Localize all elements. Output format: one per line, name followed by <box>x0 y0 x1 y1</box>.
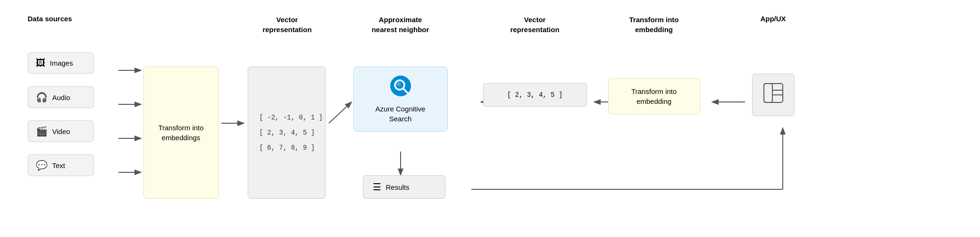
ann-label: Approximatenearest neighbor <box>372 16 429 34</box>
source-video: 🎬 Video <box>28 120 94 142</box>
vector-row-1: [ -2, -1, 0, 1 ] <box>260 114 314 121</box>
results-label: Results <box>386 183 410 191</box>
vector-rep-1-label: Vectorrepresentation <box>262 16 311 34</box>
video-icon: 🎬 <box>36 126 48 137</box>
text-label: Text <box>52 161 66 169</box>
transform-embeddings-label: Transform intoembeddings <box>158 123 203 143</box>
video-label: Video <box>52 127 70 135</box>
images-label: Images <box>50 59 73 67</box>
transform-embedding-text: Transform intoembedding <box>631 87 677 105</box>
appux-box <box>752 74 795 116</box>
vector-row-3: [ 6, 7, 8, 9 ] <box>260 144 314 152</box>
azure-search-box: Azure CognitiveSearch <box>353 67 448 132</box>
vector-row-2: [ 2, 3, 4, 5 ] <box>260 129 314 136</box>
audio-icon: 🎧 <box>36 92 48 103</box>
appux-label: App/UX <box>760 15 786 23</box>
svg-line-5 <box>329 102 352 123</box>
audio-label: Audio <box>52 93 70 102</box>
vector-rep-2-value: [ 2, 3, 4, 5 ] <box>507 91 563 99</box>
appux-icon <box>763 83 784 108</box>
transform-embedding-box: Transform intoembedding <box>608 78 700 114</box>
vector-rep-2-box: [ 2, 3, 4, 5 ] <box>483 83 587 107</box>
azure-icon <box>389 75 412 100</box>
source-text: 💬 Text <box>28 154 94 176</box>
vector-rep-2-label: Vectorrepresentation <box>510 16 559 34</box>
transform-embeddings-box: Transform intoembeddings <box>143 67 219 199</box>
results-icon: ☰ <box>373 181 381 193</box>
transform-embedding-label: Transform intoembedding <box>629 16 678 34</box>
svg-point-16 <box>396 82 401 86</box>
source-audio: 🎧 Audio <box>28 86 94 108</box>
source-images: 🖼 Images <box>28 52 94 74</box>
svg-rect-17 <box>764 84 783 102</box>
text-icon: 💬 <box>36 160 48 171</box>
vector-rep-1-box: [ -2, -1, 0, 1 ] [ 2, 3, 4, 5 ] [ 6, 7, … <box>248 67 326 199</box>
azure-search-label: Azure CognitiveSearch <box>376 104 426 124</box>
svg-rect-18 <box>764 84 772 102</box>
images-icon: 🖼 <box>36 58 45 68</box>
data-sources-label: Data sources <box>28 15 72 23</box>
results-box: ☰ Results <box>363 175 445 199</box>
